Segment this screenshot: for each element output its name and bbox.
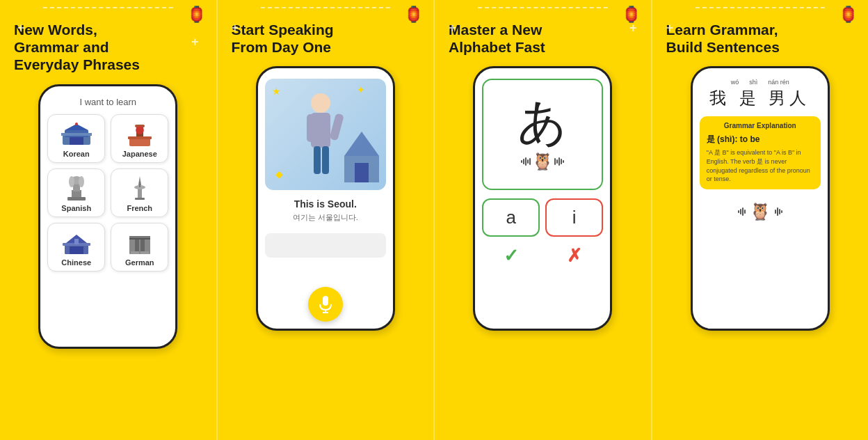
french-label: French <box>127 204 152 212</box>
deco-line-1 <box>43 7 172 9</box>
deco-cross-7: + <box>666 21 674 36</box>
speaking-card: ★ ✦ ◆ <box>265 79 386 190</box>
svg-rect-39 <box>322 146 329 174</box>
svg-rect-36 <box>307 114 315 142</box>
french-icon <box>122 175 157 201</box>
svg-rect-3 <box>70 137 83 145</box>
svg-rect-9 <box>128 136 152 139</box>
lang-card-chinese[interactable]: Chinese <box>47 223 105 272</box>
deco-cross-1: + <box>17 21 25 36</box>
svg-point-15 <box>79 176 84 187</box>
learn-label: I want to learn <box>79 97 136 107</box>
owl-icon-1: 🦉 <box>532 152 553 171</box>
japanese-icon <box>122 120 157 147</box>
spanish-label: Spanish <box>61 204 91 212</box>
svg-rect-4 <box>61 133 92 136</box>
owl-audio-2: 🦉 <box>738 202 782 221</box>
check-mark: ✓ <box>482 245 540 267</box>
x-icon: ✗ <box>567 245 582 267</box>
japanese-label: Japanese <box>122 150 157 158</box>
deco-line-4 <box>696 7 825 9</box>
panel1-title: New Words, Grammar and Everyday Phrases <box>10 21 206 74</box>
deco-line-2 <box>261 7 390 9</box>
answer-grid: a i <box>482 198 603 237</box>
answer-a[interactable]: a <box>482 198 540 237</box>
lantern-2: 🏮 <box>404 6 423 24</box>
svg-marker-41 <box>344 132 379 156</box>
lantern-1: 🏮 <box>187 6 206 24</box>
speech-text: This is Seoul. <box>294 198 357 210</box>
language-grid: Korean Japanese <box>47 114 168 272</box>
svg-rect-33 <box>140 251 149 254</box>
svg-rect-32 <box>131 251 139 254</box>
hiragana-char: あ <box>517 97 568 146</box>
svg-rect-42 <box>355 163 369 182</box>
pinyin-row: wó shì nán rén <box>700 79 821 86</box>
pinyin-2: shì <box>749 79 757 86</box>
lang-card-german[interactable]: German <box>111 223 168 272</box>
svg-rect-21 <box>135 198 145 200</box>
check-icon: ✓ <box>504 245 519 267</box>
svg-point-14 <box>69 176 74 187</box>
grammar-text: "A 是 B" is equivalent to "A is B" in Eng… <box>707 148 814 183</box>
svg-point-10 <box>136 126 144 134</box>
x-mark: ✗ <box>545 245 603 267</box>
owl-icon-2: 🦉 <box>750 202 771 221</box>
speech-sub: 여기는 서울입니다. <box>293 212 358 223</box>
korean-label: Korean <box>63 150 90 158</box>
mic-icon <box>318 294 333 314</box>
star-deco-1: ★ <box>272 86 281 97</box>
pinyin-1: wó <box>731 79 739 86</box>
lantern-4: 🏮 <box>839 6 858 24</box>
grammar-title: Grammar Explanation <box>707 122 814 129</box>
star-deco-2: ✦ <box>357 84 365 95</box>
answer-i[interactable]: i <box>545 198 603 237</box>
chinese-sentence: wó shì nán rén 我 是 男人 <box>700 79 821 109</box>
answer-a-text: a <box>506 207 516 228</box>
text-input-box[interactable] <box>265 233 386 258</box>
lantern-3: 🏮 <box>622 6 641 24</box>
spanish-icon <box>59 175 94 201</box>
panel-new-words: + + 🏮 New Words, Grammar and Everyday Ph… <box>0 0 218 440</box>
deco-cross-3: + <box>232 21 239 36</box>
star-deco-3: ◆ <box>275 168 283 180</box>
german-icon <box>122 229 157 256</box>
panel2-title: Start Speaking From Day One <box>228 21 424 56</box>
svg-point-5 <box>75 123 78 125</box>
svg-rect-43 <box>323 296 328 306</box>
svg-rect-26 <box>74 239 79 244</box>
german-label: German <box>125 258 154 267</box>
phone-2: ★ ✦ ◆ This is Seoul. 여기는 서울입니다. <box>256 66 395 331</box>
seoul-building <box>341 128 383 184</box>
building-bg <box>341 128 383 190</box>
pinyin-3: nán rén <box>768 79 789 86</box>
phone-4: wó shì nán rén 我 是 男人 Grammar Explanatio… <box>691 66 830 331</box>
chinese-label: Chinese <box>61 258 91 267</box>
panel-grammar: + 🏮 Learn Grammar, Build Sentences wó sh… <box>652 0 869 440</box>
lang-card-french[interactable]: French <box>111 168 168 217</box>
svg-rect-25 <box>70 246 83 254</box>
grammar-bold: 是 (shì): to be <box>707 134 814 146</box>
deco-line-3 <box>478 7 607 9</box>
answer-icons: ✓ ✗ <box>482 245 603 267</box>
svg-rect-16 <box>67 197 86 201</box>
audio-wave-1: 🦉 <box>521 152 564 171</box>
alphabet-card: あ 🦉 <box>482 79 603 190</box>
grammar-box: Grammar Explanation 是 (shì): to be "A 是 … <box>700 116 821 189</box>
panel-alphabet: + + 🏮 Master a New Alphabet Fast あ 🦉 <box>435 0 652 440</box>
mic-button[interactable] <box>308 287 343 322</box>
korean-icon <box>59 120 94 147</box>
lang-card-japanese[interactable]: Japanese <box>111 114 168 163</box>
deco-cross-5: + <box>449 21 456 36</box>
deco-cross-2: + <box>191 35 199 49</box>
chinese-chars: 我 是 男人 <box>700 87 821 109</box>
lang-card-korean[interactable]: Korean <box>47 114 105 163</box>
panel3-title: Master a New Alphabet Fast <box>445 21 641 56</box>
svg-rect-38 <box>314 146 321 174</box>
phone-3: あ 🦉 a <box>473 66 612 331</box>
chinese-icon <box>59 229 94 256</box>
panel-speaking: + 🏮 Start Speaking From Day One ★ ✦ ◆ <box>218 0 435 440</box>
svg-rect-31 <box>129 236 150 238</box>
lang-card-spanish[interactable]: Spanish <box>47 168 105 217</box>
answer-i-text: i <box>572 207 577 228</box>
